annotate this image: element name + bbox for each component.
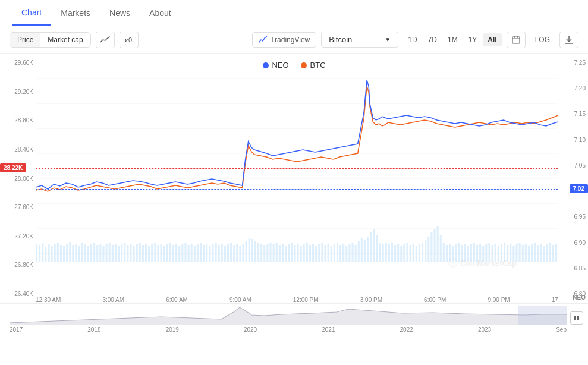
svg-rect-19	[48, 244, 49, 262]
compare-icon[interactable]: ȼ0	[120, 32, 139, 48]
svg-rect-56	[161, 244, 162, 262]
mini-x-2021: 2021	[322, 326, 335, 333]
y-right-label-1: 7.20	[561, 85, 586, 92]
svg-rect-37	[102, 246, 104, 262]
neo-axis-label: NEO	[573, 294, 586, 301]
svg-rect-21	[54, 244, 56, 262]
svg-rect-72	[209, 246, 210, 262]
svg-rect-32	[87, 246, 89, 262]
time-all[interactable]: All	[483, 33, 501, 46]
svg-rect-150	[446, 245, 448, 262]
svg-rect-100	[294, 245, 295, 262]
svg-rect-180	[537, 245, 539, 262]
svg-rect-93	[273, 244, 275, 262]
svg-rect-183	[546, 244, 548, 262]
svg-rect-60	[172, 245, 174, 262]
svg-rect-53	[151, 244, 153, 262]
y-label-0: 29.60K	[2, 59, 33, 66]
svg-rect-178	[531, 244, 533, 262]
tab-markets[interactable]: Markets	[51, 1, 100, 25]
download-icon[interactable]	[559, 32, 578, 48]
neo-dot	[262, 62, 268, 68]
mini-x-2017: 2017	[10, 326, 23, 333]
y-label-3: 28.40K	[2, 146, 33, 153]
toolbar: Price Market cap ȼ0 TradingView Bitcoin …	[0, 26, 588, 54]
trading-view-label: TradingView	[271, 36, 310, 44]
svg-rect-18	[45, 247, 46, 262]
svg-rect-140	[416, 246, 417, 262]
svg-rect-74	[215, 243, 217, 262]
svg-rect-98	[288, 244, 290, 262]
mini-x-2023: 2023	[478, 326, 491, 333]
svg-rect-107	[315, 246, 317, 262]
pause-button[interactable]	[570, 311, 583, 325]
y-right-label-6: 6.95	[561, 213, 586, 220]
svg-rect-110	[324, 245, 326, 262]
x-label-0: 12:30 AM	[36, 297, 61, 303]
mini-chart-svg	[10, 306, 567, 325]
svg-rect-127	[376, 235, 378, 262]
time-range-group: 1D 7D 1M 1Y All	[403, 33, 501, 46]
time-1y[interactable]: 1Y	[464, 33, 482, 46]
svg-rect-22	[57, 243, 59, 262]
svg-rect-137	[406, 243, 408, 262]
svg-rect-106	[312, 244, 314, 262]
y-right-label-3: 7.10	[561, 137, 586, 143]
mini-x-2020: 2020	[244, 326, 257, 333]
svg-text:ȼ0: ȼ0	[125, 36, 132, 43]
line-chart-icon[interactable]	[96, 32, 115, 48]
market-cap-button[interactable]: Market cap	[40, 33, 90, 47]
coin-dropdown[interactable]: Bitcoin ▼	[321, 32, 398, 48]
svg-rect-40	[112, 245, 114, 262]
svg-rect-20	[51, 246, 53, 262]
svg-rect-92	[270, 243, 272, 262]
svg-rect-148	[440, 235, 442, 262]
svg-rect-185	[552, 245, 554, 262]
y-label-2: 28.80K	[2, 117, 33, 124]
time-1m[interactable]: 1M	[443, 33, 463, 46]
svg-rect-33	[90, 244, 92, 262]
time-1d[interactable]: 1D	[403, 33, 422, 46]
y-label-7: 26.80K	[2, 262, 33, 268]
y-right-label-4: 7.05	[561, 162, 586, 169]
time-7d[interactable]: 7D	[423, 33, 442, 46]
svg-rect-128	[379, 243, 381, 262]
x-label-8: 17	[552, 297, 558, 303]
y-right-label-8: 6.85	[561, 265, 586, 272]
trading-view-button[interactable]: TradingView	[252, 32, 316, 48]
calendar-icon[interactable]	[507, 32, 526, 48]
svg-rect-67	[194, 246, 196, 262]
y-right-label-2: 7.15	[561, 111, 586, 117]
tab-about[interactable]: About	[140, 1, 181, 25]
svg-rect-146	[433, 229, 435, 262]
coin-label: Bitcoin	[329, 35, 352, 44]
svg-rect-84	[246, 241, 247, 262]
svg-rect-87	[254, 241, 256, 262]
svg-rect-34	[93, 243, 95, 262]
price-marketcap-toggle: Price Market cap	[10, 32, 91, 48]
svg-rect-68	[197, 244, 199, 262]
mini-x-axis: 2017 2018 2019 2020 2021 2022 2023 Sep	[10, 326, 567, 333]
svg-rect-130	[385, 243, 387, 262]
tab-chart[interactable]: Chart	[12, 1, 51, 26]
svg-rect-81	[236, 244, 238, 262]
chart-legend: NEO BTC	[262, 61, 325, 70]
svg-rect-61	[175, 244, 177, 262]
svg-rect-46	[130, 244, 131, 262]
svg-rect-80	[233, 245, 235, 262]
price-button[interactable]: Price	[10, 33, 40, 47]
x-label-2: 6:00 AM	[166, 297, 188, 303]
svg-rect-52	[148, 246, 150, 262]
y-axis-left: 29.60K 29.20K 28.80K 28.40K 28.00K 27.60…	[0, 54, 36, 303]
tab-news[interactable]: News	[100, 1, 140, 25]
svg-marker-189	[10, 307, 567, 325]
y-right-label-0: 7.25	[561, 59, 586, 66]
svg-rect-131	[388, 244, 390, 262]
log-button[interactable]: LOG	[530, 33, 555, 46]
x-label-3: 9:00 AM	[229, 297, 251, 303]
svg-rect-121	[358, 241, 360, 262]
svg-rect-147	[437, 226, 439, 262]
mini-chart: 2017 2018 2019 2020 2021 2022 2023 Sep	[0, 303, 588, 334]
y-label-8: 26.40K	[2, 291, 33, 297]
svg-rect-29	[78, 246, 80, 262]
